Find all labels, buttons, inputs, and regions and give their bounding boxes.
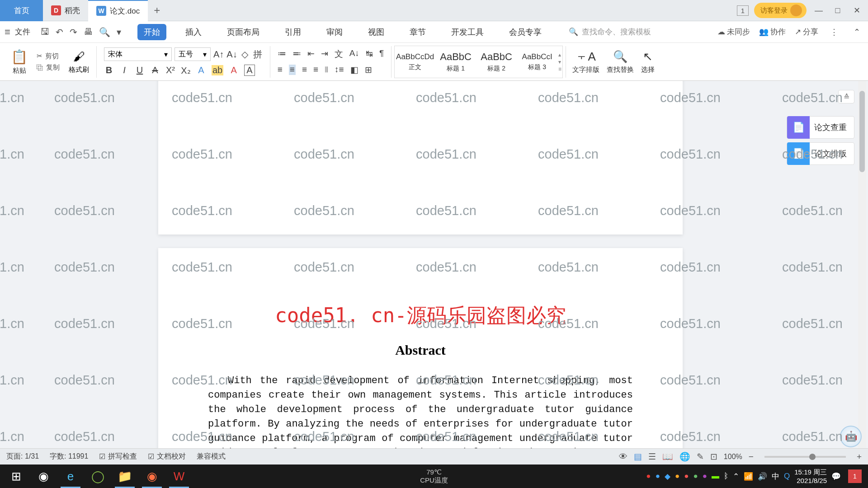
tray-nvidia-icon[interactable]: ▬ — [712, 472, 719, 481]
tab-symbol-icon[interactable]: ↹ — [366, 48, 373, 60]
copy-button[interactable]: ⿻复制 — [37, 63, 60, 72]
strikethrough-button[interactable]: A — [150, 65, 160, 75]
align-right-icon[interactable]: ≡ — [302, 65, 307, 75]
tab-daoker[interactable]: D 稻壳 — [43, 0, 88, 21]
tab-review[interactable]: 审阅 — [320, 24, 349, 40]
tab-insert[interactable]: 插入 — [179, 24, 208, 40]
ie-icon[interactable]: e — [57, 465, 84, 488]
notifications-icon[interactable]: 💬 — [831, 472, 841, 481]
sort-icon[interactable]: A↓ — [349, 48, 359, 60]
wps-icon[interactable]: W — [165, 465, 193, 488]
word-count[interactable]: 字数: 11991 — [50, 452, 88, 461]
subscript-button[interactable]: X₂ — [181, 65, 191, 76]
clock[interactable]: 15:19 周三 2021/8/25 — [794, 468, 827, 485]
tab-developer[interactable]: 开发工具 — [445, 24, 490, 40]
explorer-icon[interactable]: 📁 — [111, 465, 138, 488]
tab-reference[interactable]: 引用 — [278, 24, 307, 40]
browser-icon[interactable]: ◯ — [84, 465, 111, 488]
scrollbar-thumb[interactable] — [859, 91, 865, 172]
paper-format-button[interactable]: 📄 论文排版 — [787, 142, 854, 165]
zoom-fit-icon[interactable]: ⊡ — [710, 451, 717, 462]
wifi-icon[interactable]: 📶 — [744, 472, 753, 481]
file-menu[interactable]: 文件 — [15, 27, 30, 37]
hamburger-icon[interactable]: ≡ — [5, 26, 10, 38]
assistant-bubble[interactable]: 🤖 — [840, 426, 862, 447]
justify-icon[interactable]: ≡ — [313, 65, 318, 75]
shading-icon[interactable]: ◧ — [350, 65, 359, 75]
tab-document[interactable]: W 论文.doc — [88, 0, 148, 21]
collab-button[interactable]: 👥 协作 — [759, 27, 786, 37]
clear-format-icon[interactable]: ◇ — [240, 49, 250, 60]
markup-icon[interactable]: ✎ — [697, 451, 704, 462]
cut-button[interactable]: ✂剪切 — [37, 52, 60, 61]
shrink-font-icon[interactable]: A↓ — [226, 49, 237, 60]
page-view-icon[interactable]: ▤ — [634, 451, 642, 462]
tab-add-button[interactable]: + — [148, 4, 166, 17]
font-size-select[interactable]: 五号▾ — [175, 47, 211, 61]
bullet-list-icon[interactable]: ≔ — [278, 48, 286, 60]
bold-button[interactable]: B — [104, 65, 114, 75]
tray-app-6[interactable]: ● — [693, 472, 698, 481]
ime-indicator[interactable]: 中 — [772, 471, 779, 482]
document-area[interactable]: code51. cn-源码乐园盗图必究 Abstract With the ra… — [0, 81, 868, 448]
tab-page-layout[interactable]: 页面布局 — [221, 24, 266, 40]
tab-chapter[interactable]: 章节 — [403, 24, 432, 40]
obs-icon[interactable]: ◉ — [30, 465, 57, 488]
find-replace-button[interactable]: 🔍 查找替换 — [603, 50, 637, 74]
print-preview-icon[interactable]: 🔍 — [99, 27, 110, 38]
eye-icon[interactable]: 👁 — [619, 452, 627, 462]
style-scroll[interactable]: ▴▾≡ — [558, 52, 561, 72]
tab-member[interactable]: 会员专享 — [503, 24, 548, 40]
char-border-button[interactable]: A — [244, 65, 255, 76]
web-view-icon[interactable]: 🌐 — [679, 451, 690, 462]
format-painter-button[interactable]: 🖌 格式刷 — [69, 50, 89, 74]
tray-app-7[interactable]: ● — [703, 472, 707, 481]
undo-icon[interactable]: ↶ — [56, 27, 63, 38]
qat-dropdown-icon[interactable]: ▾ — [117, 27, 121, 38]
asian-layout-icon[interactable]: 文 — [335, 48, 343, 60]
distribute-icon[interactable]: ⫴ — [325, 65, 328, 75]
align-center-icon[interactable]: ≡ — [289, 65, 296, 75]
phonetic-icon[interactable]: 拼 — [253, 48, 263, 61]
style-normal[interactable]: AaBbCcDd正文 — [396, 47, 434, 77]
select-button[interactable]: ↖ 选择 — [637, 50, 658, 74]
style-heading1[interactable]: AaBbC标题 1 — [436, 47, 475, 77]
align-left-icon[interactable]: ≡ — [278, 65, 283, 75]
zoom-in-button[interactable]: + — [857, 452, 862, 462]
tray-chevron-icon[interactable]: ⌃ — [733, 472, 739, 481]
ribbon-options-icon[interactable]: ⋮ — [827, 25, 841, 39]
bluetooth-icon[interactable]: ᛒ — [724, 472, 728, 481]
plagiarism-check-button[interactable]: 📄 论文查重 — [787, 116, 854, 139]
borders-icon[interactable]: ⊞ — [365, 65, 372, 75]
style-heading2[interactable]: AaBbC标题 2 — [477, 47, 516, 77]
outline-view-icon[interactable]: ☰ — [648, 451, 656, 462]
style-heading3[interactable]: AaBbCcI标题 3 — [518, 47, 557, 77]
decrease-indent-icon[interactable]: ⇤ — [307, 48, 315, 60]
notification-badge[interactable]: 1 — [848, 469, 862, 483]
highlight-button[interactable]: ab — [212, 65, 223, 75]
spell-check[interactable]: ☑拼写检查 — [99, 452, 137, 461]
save-icon[interactable]: 🖫 — [40, 27, 49, 38]
zoom-out-button[interactable]: − — [749, 452, 754, 462]
tab-home[interactable]: 首页 — [0, 0, 43, 21]
tab-start[interactable]: 开始 — [137, 24, 166, 40]
number-list-icon[interactable]: ≕ — [292, 48, 301, 60]
guest-login-button[interactable]: 访客登录 — [754, 3, 807, 18]
print-icon[interactable]: 🖶 — [84, 27, 93, 38]
underline-button[interactable]: U — [135, 65, 145, 75]
text-effects-button[interactable]: A — [196, 65, 206, 75]
grow-font-icon[interactable]: A↑ — [213, 49, 224, 60]
sync-status[interactable]: ☁ 未同步 — [717, 27, 750, 37]
share-button[interactable]: ↗ 分享 — [795, 27, 818, 37]
tab-view[interactable]: 视图 — [362, 24, 391, 40]
panel-toggle[interactable]: ≙ — [838, 90, 854, 103]
close-button[interactable]: ✕ — [850, 4, 863, 17]
tray-app-3[interactable]: ◆ — [665, 472, 670, 481]
minimize-button[interactable]: — — [812, 4, 826, 17]
font-color-button[interactable]: A — [229, 65, 239, 75]
tray-app-5[interactable]: ● — [684, 472, 689, 481]
vertical-scrollbar[interactable] — [858, 81, 866, 448]
zoom-label[interactable]: 100% — [724, 453, 742, 461]
maximize-button[interactable]: □ — [831, 4, 844, 17]
show-marks-icon[interactable]: ¶ — [379, 48, 384, 60]
